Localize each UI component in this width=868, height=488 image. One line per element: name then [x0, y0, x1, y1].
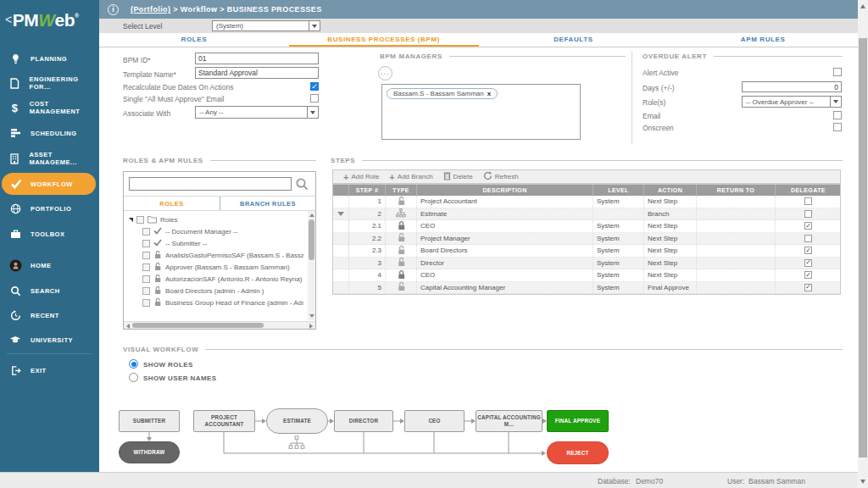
- add-branch-button[interactable]: +Add Branch: [389, 172, 432, 182]
- table-row[interactable]: 2.1 CEO System Next Step: [332, 220, 841, 233]
- alert-active-checkbox[interactable]: [833, 68, 842, 76]
- table-row[interactable]: 2.2 Project Manager System Next Step: [332, 233, 841, 246]
- delegate-checkbox[interactable]: [804, 210, 812, 218]
- workflow-node-submitter[interactable]: SUBMITTER: [119, 410, 180, 432]
- template-name-input[interactable]: [195, 67, 319, 79]
- delegate-checkbox[interactable]: [804, 222, 812, 230]
- tab-apm-rules[interactable]: APM RULES: [668, 33, 858, 47]
- bpm-manager-tag[interactable]: Bassam.S - Bassam Sammanx: [387, 88, 498, 99]
- add-role-button[interactable]: +Add Role: [343, 172, 379, 182]
- sidebar-item-toolbox[interactable]: TOOLBOX: [0, 224, 99, 244]
- select-level-dropdown[interactable]: (System): [212, 20, 320, 31]
- show-roles-radio[interactable]: [129, 359, 138, 369]
- breadcrumb-portfolio-link[interactable]: (Portfolio): [131, 5, 170, 14]
- workflow-node-project-accountant[interactable]: PROJECT ACCOUNTANT: [193, 410, 255, 432]
- table-row[interactable]: 2.3 Board Directors System Next Step: [332, 245, 841, 258]
- page-vertical-scrollbar[interactable]: [858, 0, 868, 488]
- sidebar-item-asset-management[interactable]: ASSET MANAGEME...: [0, 148, 99, 169]
- chevron-down-icon[interactable]: [830, 97, 841, 107]
- tree-item[interactable]: AutorizacionSAF (Antonio.R - Antonio Rey…: [142, 274, 303, 285]
- sidebar-item-cost-management[interactable]: $ COST MANAGEMENT: [0, 97, 99, 118]
- delegate-checkbox[interactable]: [804, 197, 812, 205]
- collapse-icon[interactable]: [129, 218, 133, 222]
- workflow-node-reject[interactable]: REJECT: [547, 441, 609, 464]
- sidebar-item-planning[interactable]: PLANNING: [0, 48, 99, 69]
- tree-item[interactable]: -- Submitter --: [142, 238, 303, 249]
- refresh-button[interactable]: Refresh: [483, 171, 519, 182]
- table-row[interactable]: 2 Estimate Branch: [332, 208, 841, 221]
- lock-open-icon: [153, 297, 162, 308]
- table-row[interactable]: 3 Director System Next Step: [332, 258, 841, 270]
- bpm-id-input[interactable]: [195, 53, 319, 64]
- delete-button[interactable]: Delete: [443, 171, 473, 182]
- roles-apm-panel: ROLES BRANCH RULES Roles -- Document Man…: [123, 171, 316, 330]
- tree-item[interactable]: Board Directors (admin - Admin ): [142, 286, 303, 297]
- scroll-down-icon[interactable]: [860, 480, 865, 484]
- email-checkbox[interactable]: [833, 111, 842, 119]
- tree-root-roles[interactable]: Roles: [129, 214, 298, 225]
- table-row[interactable]: 4 CEO System Next Step: [332, 269, 841, 282]
- delegate-checkbox[interactable]: [804, 247, 812, 254]
- sidebar-item-search[interactable]: SEARCH: [0, 280, 99, 301]
- delegate-checkbox[interactable]: [804, 259, 812, 267]
- scrollbar-thumb[interactable]: [132, 323, 264, 328]
- tab-roles[interactable]: ROLES: [99, 33, 289, 47]
- sidebar-item-scheduling[interactable]: SCHEDULING: [0, 123, 99, 143]
- sidebar-item-recent[interactable]: RECENT: [0, 305, 99, 325]
- collapse-row-icon[interactable]: [337, 212, 344, 216]
- workflow-node-estimate[interactable]: ESTIMATE: [266, 408, 328, 434]
- tree-horizontal-scrollbar[interactable]: [124, 321, 315, 329]
- sidebar-item-university[interactable]: UNIVERSITY: [0, 330, 99, 350]
- scroll-left-icon[interactable]: [126, 324, 130, 329]
- bpm-managers-picker-button[interactable]: ...: [378, 66, 392, 80]
- scrollbar-thumb[interactable]: [859, 38, 867, 458]
- chevron-down-icon[interactable]: [309, 21, 320, 30]
- sidebar-item-portfolio[interactable]: PORTFOLIO: [0, 198, 99, 219]
- delegate-checkbox[interactable]: [804, 271, 812, 279]
- logo-chevron-icon: <: [5, 13, 12, 26]
- tree-item[interactable]: AnalisisGastoPermisoSAF (Bassam.S - Bass…: [142, 250, 303, 261]
- table-row[interactable]: 1 Project Accountant System Next Step: [332, 196, 841, 208]
- scroll-up-icon[interactable]: [309, 214, 314, 217]
- sidebar-item-exit[interactable]: EXIT: [0, 360, 99, 380]
- chevron-down-icon[interactable]: [307, 107, 318, 118]
- associate-with-dropdown[interactable]: -- Any --: [195, 106, 319, 119]
- sidebar-item-home[interactable]: HOME: [0, 255, 99, 275]
- tree-item[interactable]: Business Group Head of Finance (admin - …: [142, 297, 303, 308]
- single-email-checkbox[interactable]: [310, 94, 319, 103]
- scroll-up-icon[interactable]: [860, 4, 865, 8]
- days-input[interactable]: [742, 81, 842, 92]
- tab-defaults[interactable]: DEFAULTS: [479, 33, 669, 47]
- scroll-right-icon[interactable]: [309, 324, 313, 329]
- scroll-down-icon[interactable]: [309, 314, 314, 318]
- briefcase-icon: [0, 229, 31, 239]
- workflow-node-ceo[interactable]: CEO: [404, 410, 465, 432]
- tree-item[interactable]: Approver (Bassam.S - Bassam Samman): [142, 262, 303, 273]
- overdue-roles-dropdown[interactable]: -- Overdue Approver --: [742, 96, 842, 108]
- scrollbar-thumb[interactable]: [309, 219, 314, 260]
- workflow-node-withdraw[interactable]: WITHDRAW: [119, 441, 180, 463]
- sidebar-item-workflow[interactable]: WORKFLOW: [2, 173, 96, 195]
- show-user-names-radio[interactable]: [129, 373, 138, 382]
- delegate-checkbox[interactable]: [804, 235, 812, 242]
- table-row[interactable]: 5 Capital Accounting Manager System Fina…: [332, 282, 841, 295]
- info-icon[interactable]: i: [108, 4, 119, 15]
- workflow-node-director[interactable]: DIRECTOR: [334, 410, 393, 432]
- recalculate-checkbox[interactable]: [310, 82, 319, 91]
- tree-item[interactable]: -- Document Manager --: [142, 226, 303, 237]
- tree-vertical-scrollbar[interactable]: [308, 211, 315, 320]
- sidebar-item-engineering-forms[interactable]: ENGINEERING FOR...: [0, 73, 99, 93]
- remove-tag-icon[interactable]: x: [487, 90, 491, 97]
- workflow-node-final-approve[interactable]: FINAL APPROVE: [547, 410, 609, 432]
- pmweb-logo[interactable]: <PMWeb®: [5, 10, 97, 30]
- tab-business-processes[interactable]: BUSINESS PROCESSES (BPM): [289, 33, 479, 47]
- tab-roles-list[interactable]: ROLES: [124, 197, 220, 210]
- onscreen-checkbox[interactable]: [833, 123, 842, 131]
- delegate-checkbox[interactable]: [804, 284, 812, 291]
- roles-root-checkbox[interactable]: [136, 216, 144, 224]
- search-icon: [0, 286, 31, 297]
- tab-branch-rules[interactable]: BRANCH RULES: [220, 197, 315, 210]
- search-icon[interactable]: [295, 177, 309, 195]
- workflow-node-capital-accounting[interactable]: CAPITAL ACCOUNTING M...: [476, 410, 542, 432]
- roles-search-input[interactable]: [129, 177, 292, 191]
